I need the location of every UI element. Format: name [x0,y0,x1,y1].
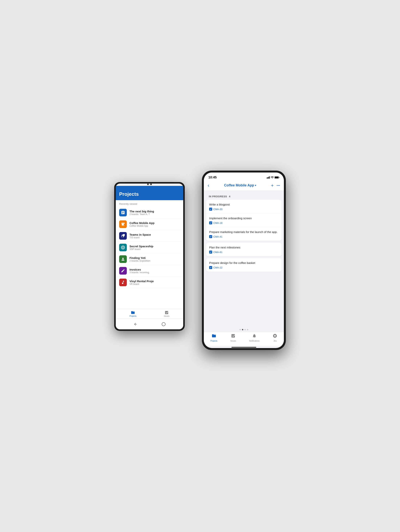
iphone-tab-projects[interactable]: Projects [210,334,217,342]
android-tab-projects[interactable]: Projects [129,310,136,317]
project-sub: SSP board [129,248,153,251]
project-info: Teams in Space TIS board [129,233,151,239]
iphone-tab-notifications[interactable]: Notifications [249,334,259,342]
project-icon [119,220,127,228]
issue-checkbox-cma18[interactable] [209,221,212,224]
svg-point-13 [274,335,276,337]
project-name: Secret Spaceship [129,245,153,248]
project-item[interactable]: The next big thing 2 boards: Team A, T [116,207,183,218]
project-item[interactable]: Secret Spaceship SSP board [116,242,183,253]
iphone-home-indicator [231,347,256,348]
android-tab-issues[interactable]: Issues [164,310,170,317]
project-name: Finding Yeti [129,256,150,260]
iphone-tab-jira[interactable]: Jira [273,334,277,342]
issue-checkbox-cma22[interactable] [209,266,212,269]
project-icon [119,279,127,286]
issue-card-cma41[interactable]: Prepare marketing materials for the laun… [206,227,282,241]
android-home-btn[interactable] [161,322,166,327]
iphone-dropdown-icon[interactable]: ▾ [255,184,256,187]
android-screen: Projects Recently viewed The next big th… [116,184,183,329]
issue-card-cma18[interactable]: Implement the onboarding screen CMA-18 [206,214,282,227]
issue-checkbox-cma61[interactable] [209,251,212,253]
issue-card-cma61[interactable]: Plan the next milestones CMA-61 [206,243,282,256]
issue-id-row-cma18: CMA-18 [209,221,278,224]
issue-title-cma61: Plan the next milestones [209,245,278,249]
iphone-tab-issues-icon [231,334,235,339]
project-icon [119,244,127,251]
project-icon [119,209,127,216]
project-list: The next big thing 2 boards: Team A, T C… [116,207,183,288]
iphone-main: IN PROGRESS 4 Write a blogpost CMA-33 [204,191,284,327]
project-item[interactable]: Invoices 3 boards: Incoming, [116,265,183,277]
iphone-nav-bar: ‹ Coffee Mobile App ▾ + ••• [204,181,284,191]
in-progress-section-header: IN PROGRESS 4 [206,193,282,200]
iphone-tab-issues-label: Issues [230,340,236,342]
iphone-tab-bar: Projects Issues Notifications [204,332,284,346]
project-item[interactable]: Coffee Mobile App Coffee Mobile App [116,218,183,230]
issue-checkbox-cma41[interactable] [209,235,212,238]
issue-id-cma18: CMA-18 [213,222,222,224]
iphone-screen: 10:45 ‹ Coffee Mobile App ▾ + ••• [204,172,284,348]
iphone-tab-projects-label: Projects [210,340,217,342]
project-item[interactable]: Vinyl Rental Proje VR board [116,277,183,288]
project-icon [119,267,127,275]
iphone-tab-jira-icon [273,334,277,339]
project-name: The next big thing [129,210,154,213]
iphone-status-icons [267,176,279,179]
issue-card-inner-cma61: Plan the next milestones CMA-61 [206,243,282,256]
iphone-status-bar: 10:45 [204,172,284,181]
android-cameras [116,184,183,185]
android-tab-projects-label: Projects [129,315,136,317]
project-item[interactable]: Teams in Space TIS board [116,230,183,242]
iphone-more-button[interactable]: ••• [277,184,280,187]
iphone-nav-actions: + ••• [271,183,280,188]
iphone-tab-notifications-icon [252,334,257,339]
iphone-tab-jira-label: Jira [273,340,277,342]
scene: Projects Recently viewed The next big th… [114,171,286,361]
issue-card-cma22[interactable]: Prepare design for the coffee basket CMA… [206,258,282,272]
project-name: Coffee Mobile App [129,221,154,225]
iphone-tab-projects-icon [212,334,216,339]
android-back-btn[interactable] [133,322,138,327]
project-item[interactable]: Finding Yeti 2 boards: Expedition [116,253,183,265]
iphone-page-dots [204,327,284,332]
recently-viewed-label: Recently viewed [116,200,183,207]
android-header-title: Projects [119,191,180,197]
project-info: Invoices 3 boards: Incoming, [129,268,149,274]
project-info: Coffee Mobile App Coffee Mobile App [129,221,154,227]
iphone-time: 10:45 [208,176,217,179]
project-sub: Coffee Mobile App [129,225,154,227]
issue-id-cma33: CMA-33 [213,208,222,211]
iphone-back-button[interactable]: ‹ [208,182,209,188]
issue-checkbox-cma33[interactable] [209,208,212,211]
issue-title-cma33: Write a blogpost [209,203,278,206]
android-bottom-bar [116,319,183,329]
iphone-tab-issues[interactable]: Issues [230,334,236,342]
svg-rect-7 [269,176,270,179]
issue-id-row-cma61: CMA-61 [209,251,278,253]
project-name: Teams in Space [129,233,151,236]
project-sub: VR board [129,283,154,285]
svg-rect-6 [268,177,269,179]
iphone-tab-notifications-label: Notifications [249,340,259,342]
project-sub: 3 boards: Incoming, [129,271,149,274]
iphone: 10:45 ‹ Coffee Mobile App ▾ + ••• [202,171,286,350]
issue-id-cma41: CMA-41 [213,235,222,238]
section-count: 4 [229,195,230,198]
project-sub: 2 boards: Team A, T [129,213,154,216]
issue-id-cma22: CMA-22 [213,266,222,269]
android-content: Recently viewed The next big thing 2 boa… [116,200,183,309]
project-info: Finding Yeti 2 boards: Expedition [129,256,150,262]
project-name: Invoices [129,268,149,271]
android-tab-issues-label: Issues [164,315,170,317]
iphone-add-button[interactable]: + [271,183,274,188]
svg-rect-10 [275,177,278,178]
issue-card-cma33[interactable]: Write a blogpost CMA-33 [206,200,282,214]
svg-rect-5 [268,177,268,179]
android-bottom-tabs: Projects Issues [116,309,183,319]
project-info: Vinyl Rental Proje VR board [129,279,154,285]
project-name: Vinyl Rental Proje [129,279,154,283]
svg-point-8 [272,178,272,178]
dot-1 [240,329,241,330]
issue-id-row-cma33: CMA-33 [209,208,278,211]
